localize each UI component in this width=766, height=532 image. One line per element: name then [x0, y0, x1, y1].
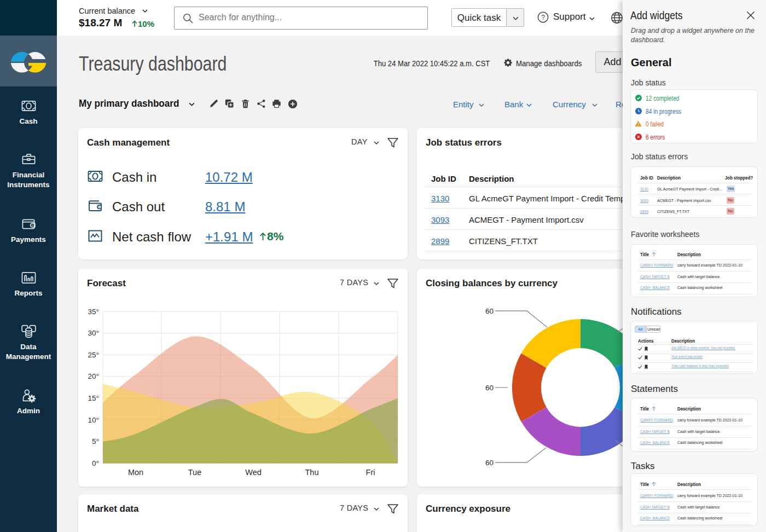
svg-text:?: ? [541, 14, 545, 21]
svg-text:25°: 25° [88, 351, 99, 359]
svg-text:10°: 10° [88, 416, 99, 424]
svg-text:Fri: Fri [366, 468, 375, 477]
svg-text:Thu: Thu [305, 468, 319, 477]
svg-text:60: 60 [485, 459, 494, 467]
svg-text:35°: 35° [88, 308, 99, 316]
svg-text:15°: 15° [88, 394, 99, 402]
svg-text:5°: 5° [92, 437, 99, 446]
svg-text:0°: 0° [92, 459, 99, 467]
svg-text:30°: 30° [88, 329, 99, 337]
svg-text:60: 60 [485, 384, 494, 392]
svg-text:Mon: Mon [128, 468, 143, 477]
svg-text:Tue: Tue [188, 468, 201, 477]
svg-text:Wed: Wed [245, 468, 262, 477]
svg-text:60: 60 [485, 307, 494, 315]
svg-text:20°: 20° [88, 372, 99, 380]
